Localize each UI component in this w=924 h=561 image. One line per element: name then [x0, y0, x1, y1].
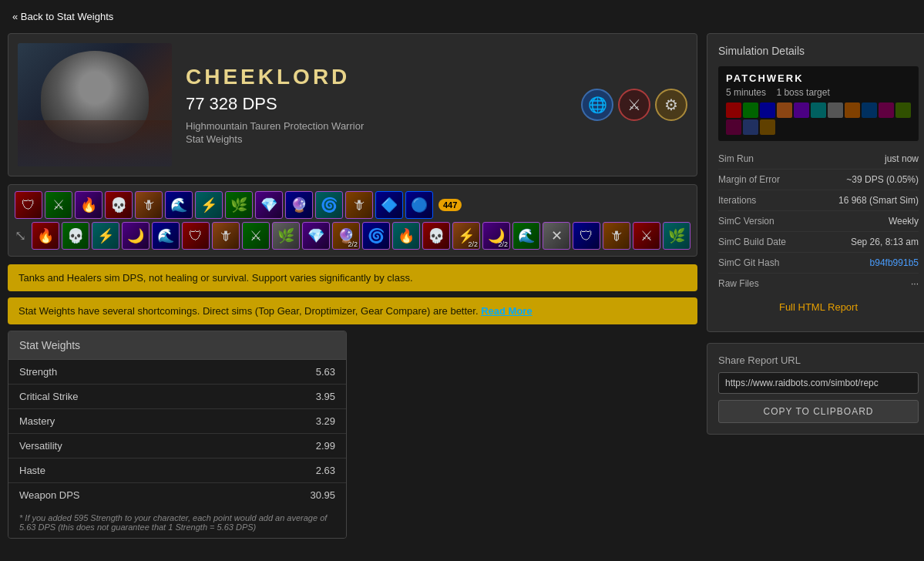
- back-to-stat-weights-link[interactable]: « Back to Stat Weights: [0, 0, 126, 33]
- stat-row: Critical Strike 3.95: [8, 385, 346, 409]
- share-section: Share Report URL COPY TO CLIPBOARD: [707, 343, 924, 435]
- stat-row: Weapon DPS 30.95: [8, 483, 346, 508]
- boss-icon: [845, 102, 860, 118]
- item-slot[interactable]: 🗡: [345, 191, 373, 219]
- boss-icon: [879, 102, 894, 118]
- boss-icon: [760, 119, 775, 135]
- item-slot[interactable]: 💀: [62, 222, 89, 250]
- stat-row: Mastery 3.29: [8, 409, 346, 434]
- item-slot[interactable]: 💀: [422, 222, 450, 250]
- sim-row-label: Raw Files: [718, 278, 759, 289]
- stat-weights-header: Stat Weights: [8, 331, 346, 360]
- item-slot[interactable]: 🗡: [603, 222, 630, 250]
- sim-row-value[interactable]: b94fb991b5: [870, 257, 919, 268]
- sim-detail-row: SimC Version Weekly: [718, 211, 919, 232]
- equipment-row-1: 🛡 ⚔ 🔥 💀 🗡 🌊 ⚡ 🌿 💎 🔮 🌀 🗡 🔷 🔵 447: [15, 191, 690, 219]
- item-slot[interactable]: 🔵: [405, 191, 433, 219]
- boss-icon: [828, 102, 843, 118]
- item-slot[interactable]: 🌀: [362, 222, 390, 250]
- stat-footnote: * If you added 595 Strength to your char…: [8, 507, 346, 538]
- item-slot[interactable]: 🗡: [212, 222, 240, 250]
- item-slot[interactable]: 🌊: [165, 191, 193, 219]
- boss-icon: [743, 102, 758, 118]
- item-slot[interactable]: 💎: [302, 222, 330, 250]
- item-slot[interactable]: 💎: [255, 191, 283, 219]
- simulation-details-panel: Simulation Details PATCHWERK 5 minutes 1…: [707, 33, 924, 332]
- character-name: CHEEKLORD: [186, 65, 581, 89]
- boss-icon: [760, 102, 775, 118]
- stat-name: Critical Strike: [8, 385, 223, 409]
- stat-weights-table: Strength 5.63 Critical Strike 3.95 Maste…: [8, 360, 346, 507]
- item-slot[interactable]: 🔥: [75, 191, 102, 219]
- character-mode: Stat Weights: [186, 133, 581, 145]
- item-slot[interactable]: 🌿: [663, 222, 690, 250]
- item-slot[interactable]: 🌊: [152, 222, 180, 250]
- item-slot[interactable]: 🔥: [392, 222, 420, 250]
- stat-weights-section: Stat Weights Strength 5.63 Critical Stri…: [8, 331, 347, 539]
- game-icons-group: 🌐 ⚔ ⚙: [581, 89, 687, 121]
- item-slot[interactable]: 🛡: [573, 222, 600, 250]
- stat-value: 3.95: [223, 385, 346, 409]
- item-slot[interactable]: 🌙: [122, 222, 150, 250]
- item-slot[interactable]: 🔮: [285, 191, 313, 219]
- item-slot[interactable]: 🔮2/2: [332, 222, 360, 250]
- patchwerk-header: PATCHWERK 5 minutes 1 boss target: [718, 66, 919, 141]
- stat-name: Mastery: [8, 409, 223, 434]
- sim-detail-row: SimC Git Hash b94fb991b5: [718, 253, 919, 274]
- sim-detail-row: SimC Build Date Sep 26, 8:13 am: [718, 232, 919, 253]
- character-info: CHEEKLORD 77 328 DPS Highmountain Tauren…: [186, 65, 581, 145]
- sim-row-value: ~39 DPS (0.05%): [846, 174, 919, 185]
- character-dps: 77 328 DPS: [186, 94, 581, 114]
- sim-row-label: Sim Run: [718, 153, 754, 164]
- item-slot[interactable]: ⚡2/2: [452, 222, 480, 250]
- sim-details-title: Simulation Details: [718, 45, 919, 57]
- equipment-section: 🛡 ⚔ 🔥 💀 🗡 🌊 ⚡ 🌿 💎 🔮 🌀 🗡 🔷 🔵 447 ⤡ 🔥: [8, 184, 697, 257]
- item-slot[interactable]: ⚡: [195, 191, 223, 219]
- pvp-icon: ⚔: [618, 89, 650, 121]
- sim-row-label: Margin of Error: [718, 174, 780, 185]
- item-slot[interactable]: ⚔: [242, 222, 270, 250]
- sim-row-label: SimC Git Hash: [718, 257, 779, 268]
- item-slot[interactable]: 🛡: [182, 222, 210, 250]
- sim-row-label: Iterations: [718, 195, 756, 206]
- item-slot[interactable]: 🛡: [15, 191, 42, 219]
- wow-icon: 🌐: [581, 89, 613, 121]
- stat-row: Strength 5.63: [8, 360, 346, 385]
- sim-row-value: 16 968 (Smart Sim): [838, 195, 919, 206]
- item-slot[interactable]: 💀: [105, 191, 133, 219]
- item-slot[interactable]: 🗡: [135, 191, 163, 219]
- item-slot[interactable]: ✕: [543, 222, 570, 250]
- stat-name: Versatility: [8, 434, 223, 459]
- ilvl-badge: 447: [438, 199, 462, 211]
- boss-icon: [726, 119, 741, 135]
- sim-row-label: SimC Version: [718, 216, 774, 227]
- boss-icons: [726, 102, 911, 135]
- item-slot[interactable]: 🌙2/2: [482, 222, 510, 250]
- sim-detail-row: Iterations 16 968 (Smart Sim): [718, 190, 919, 211]
- item-slot[interactable]: 🌀: [315, 191, 343, 219]
- full-html-report-button[interactable]: Full HTML Report: [718, 294, 919, 321]
- stat-value: 2.99: [223, 434, 346, 459]
- item-slot[interactable]: 🔥: [32, 222, 59, 250]
- stat-row: Versatility 2.99: [8, 434, 346, 459]
- stat-value: 3.29: [223, 409, 346, 434]
- boss-icon: [777, 102, 792, 118]
- sim-detail-row: Raw Files ···: [718, 274, 919, 294]
- item-slot[interactable]: 🌿: [272, 222, 300, 250]
- item-slot[interactable]: ⚡: [92, 222, 119, 250]
- item-slot[interactable]: 🔷: [375, 191, 403, 219]
- read-more-link[interactable]: Read More: [481, 305, 532, 317]
- item-slot[interactable]: ⚔: [633, 222, 660, 250]
- item-slot[interactable]: ⚔: [45, 191, 72, 219]
- boss-icon: [811, 102, 826, 118]
- gear-icon: ⚙: [655, 89, 687, 121]
- stat-value: 5.63: [223, 360, 346, 385]
- sim-detail-row: Margin of Error ~39 DPS (0.05%): [718, 170, 919, 190]
- sim-row-value: Sep 26, 8:13 am: [851, 237, 919, 247]
- expand-icon[interactable]: ⤡: [15, 227, 26, 244]
- copy-to-clipboard-button[interactable]: COPY TO CLIPBOARD: [718, 400, 919, 423]
- share-url-input[interactable]: [718, 372, 919, 394]
- sim-meta: 5 minutes 1 boss target: [726, 87, 911, 98]
- item-slot[interactable]: 🌿: [225, 191, 253, 219]
- item-slot[interactable]: 🌊: [512, 222, 540, 250]
